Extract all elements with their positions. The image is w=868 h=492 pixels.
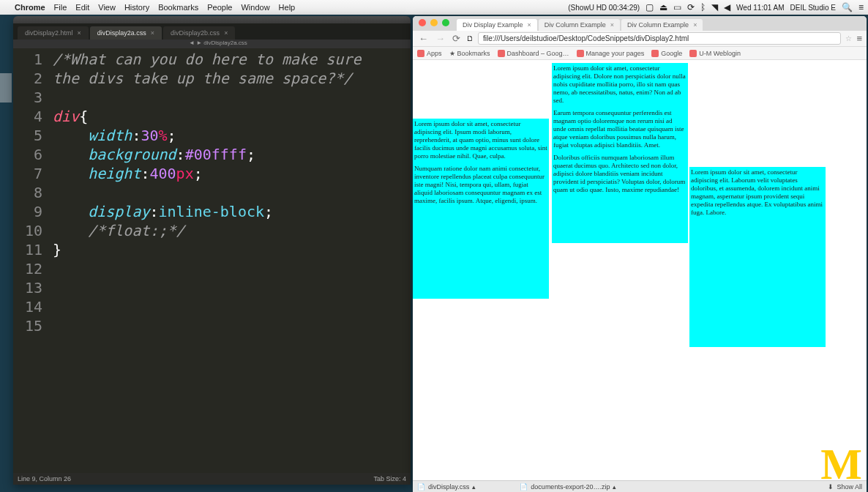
- close-icon[interactable]: ×: [693, 21, 697, 29]
- airplay-icon[interactable]: ▢: [646, 2, 654, 12]
- editor-breadcrumb[interactable]: ◄ ► divDisplay2a.css: [13, 40, 411, 48]
- forward-button[interactable]: →: [434, 33, 446, 44]
- editor-tab[interactable]: divDisplay2b.css×: [163, 26, 235, 40]
- tab-label: divDisplay2a.css: [97, 29, 146, 37]
- eject-icon[interactable]: ⏏: [659, 2, 667, 12]
- tab-label: divDisplay2.html: [25, 29, 73, 37]
- wifi-icon[interactable]: ◥: [711, 2, 718, 12]
- menu-people[interactable]: People: [207, 3, 232, 12]
- address-bar[interactable]: file:///Users/deilstudioe/Desktop/CodeSn…: [478, 32, 841, 45]
- file-icon: 📄: [520, 483, 528, 491]
- menu-bookmarks[interactable]: Bookmarks: [158, 3, 198, 12]
- close-window-icon[interactable]: [419, 19, 426, 26]
- bookmark-item[interactable]: Dashboard – Goog…: [498, 50, 569, 57]
- download-item[interactable]: 📄divDisplay.css▴: [417, 483, 476, 491]
- paragraph: Numquam ratione dolor nam animi consecte…: [414, 165, 547, 205]
- chrome-tab[interactable]: Div Display Example×: [457, 19, 537, 31]
- favicon-icon: [498, 50, 505, 57]
- bookmark-apps[interactable]: Apps: [417, 50, 442, 57]
- tab-label: Div Display Example: [463, 21, 523, 29]
- tab-label: Div Column Example: [545, 21, 606, 29]
- download-icon: ⬇: [828, 483, 834, 491]
- bluetooth-icon[interactable]: ᛒ: [700, 2, 706, 12]
- star-icon: ★: [449, 50, 455, 57]
- minimize-window-icon[interactable]: [430, 19, 438, 26]
- favicon-icon: [651, 50, 659, 57]
- paragraph: Doloribus officiis numquam laboriosam il…: [553, 154, 686, 194]
- favicon-icon: [689, 50, 697, 57]
- desktop-peek: [0, 73, 12, 102]
- menubar-time[interactable]: Wed 11:01 AM: [736, 4, 784, 12]
- paragraph: Lorem ipsum dolor sit amet, consectetur …: [691, 168, 824, 217]
- menu-file[interactable]: File: [54, 3, 67, 12]
- chrome-tab[interactable]: Div Column Example×: [539, 19, 620, 31]
- menu-window[interactable]: Window: [241, 3, 269, 12]
- bookmark-label: Google: [661, 50, 682, 57]
- bookmark-label: Manage your pages: [586, 50, 645, 57]
- chevron-up-icon[interactable]: ▴: [472, 483, 476, 491]
- chrome-toolbar: ← → ⟳ 🗋 file:///Users/deilstudioe/Deskto…: [413, 31, 867, 47]
- zoom-window-icon[interactable]: [442, 19, 449, 26]
- editor-tabs: divDisplay2.html× divDisplay2a.css× divD…: [13, 23, 411, 40]
- bookmarks-bar: Apps ★Bookmarks Dashboard – Goog… Manage…: [413, 47, 867, 60]
- editor-tab[interactable]: divDisplay2.html×: [18, 26, 89, 40]
- page-viewport: Lorem ipsum dolor sit amet, consectetur …: [413, 60, 867, 485]
- chrome-window: Div Display Example× Div Column Example×…: [413, 16, 867, 485]
- close-icon[interactable]: ×: [151, 29, 154, 37]
- menu-help[interactable]: Help: [279, 3, 296, 12]
- editor-window: divDisplay2.html× divDisplay2a.css× divD…: [13, 16, 411, 485]
- paragraph: Lorem ipsum dolor sit amet, consectetur …: [553, 64, 686, 105]
- close-icon[interactable]: ×: [224, 29, 228, 37]
- close-icon[interactable]: ×: [528, 21, 531, 29]
- bookmark-label: U-M Weblogin: [699, 50, 741, 57]
- volume-icon[interactable]: ◀: [724, 2, 730, 12]
- bookmark-label: Apps: [427, 50, 442, 57]
- bookmark-item[interactable]: U-M Weblogin: [689, 50, 741, 57]
- editor-statusbar: Line 9, Column 26 Tab Size: 4: [13, 473, 411, 485]
- close-icon[interactable]: ×: [610, 21, 614, 29]
- paragraph: Lorem ipsum dolor sit amet, consectetur …: [414, 120, 547, 160]
- sync-icon[interactable]: ⟳: [687, 2, 695, 12]
- menu-view[interactable]: View: [98, 3, 116, 12]
- bookmark-item[interactable]: ★Bookmarks: [449, 50, 490, 57]
- download-item[interactable]: 📄documents-export-20….zip▴: [520, 483, 616, 491]
- menubar-app[interactable]: Chrome: [15, 3, 45, 12]
- favicon-icon: [577, 50, 584, 57]
- tab-label: Div Column Example: [627, 21, 689, 29]
- menu-edit[interactable]: Edit: [75, 3, 89, 12]
- bookmark-label: Dashboard – Goog…: [507, 50, 569, 57]
- content-div: Lorem ipsum dolor sit amet, consectetur …: [689, 167, 826, 347]
- paragraph: Earum tempora consequuntur perferendis e…: [553, 109, 686, 149]
- menu-history[interactable]: History: [124, 3, 149, 12]
- editor-titlebar[interactable]: [13, 16, 411, 23]
- content-div: Lorem ipsum dolor sit amet, consectetur …: [552, 63, 688, 243]
- bookmark-label: Bookmarks: [457, 50, 490, 57]
- display-icon[interactable]: ▭: [673, 2, 681, 12]
- chrome-tabstrip: Div Display Example× Div Column Example×…: [413, 16, 867, 31]
- status-tabsize[interactable]: Tab Size: 4: [373, 475, 406, 482]
- chrome-tab[interactable]: Div Column Example×: [621, 19, 703, 31]
- menubar-user[interactable]: DEIL Studio E: [790, 4, 836, 12]
- back-button[interactable]: ←: [417, 33, 430, 44]
- chevron-up-icon[interactable]: ▴: [613, 483, 616, 491]
- tab-label: divDisplay2b.css: [171, 29, 220, 37]
- notification-icon[interactable]: ≡: [858, 2, 864, 12]
- chrome-menu-icon[interactable]: ≡: [856, 33, 862, 44]
- file-icon: 📄: [417, 483, 425, 491]
- status-cursor[interactable]: Line 9, Column 26: [18, 475, 71, 482]
- bookmark-star-icon[interactable]: ☆: [845, 34, 852, 42]
- spotlight-icon[interactable]: 🔍: [842, 2, 853, 12]
- apps-icon: [417, 50, 424, 57]
- show-all-button[interactable]: ⬇Show All: [828, 483, 862, 491]
- bookmark-item[interactable]: Google: [651, 50, 682, 57]
- bookmark-item[interactable]: Manage your pages: [577, 50, 645, 57]
- downloads-bar: 📄divDisplay.css▴ 📄documents-export-20….z…: [413, 480, 867, 492]
- download-label: divDisplay.css: [428, 483, 469, 491]
- code-area[interactable]: 1/*What can you do here to make sure2the…: [13, 48, 411, 335]
- download-label: documents-export-20….zip: [531, 483, 610, 491]
- close-icon[interactable]: ×: [78, 29, 81, 37]
- reload-button[interactable]: ⟳: [451, 33, 462, 44]
- mac-menubar: Chrome File Edit View History Bookmarks …: [0, 0, 868, 15]
- page-icon: 🗋: [466, 34, 474, 42]
- editor-tab[interactable]: divDisplay2a.css×: [90, 26, 162, 40]
